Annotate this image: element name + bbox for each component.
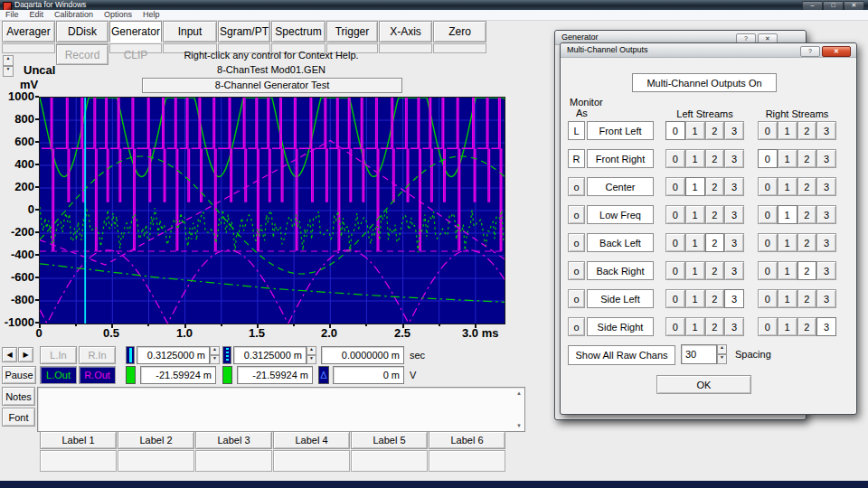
left-stream-3-front-right[interactable]: 3 <box>724 149 744 168</box>
monitor-button-side-left[interactable]: o <box>568 289 585 308</box>
monitor-button-center[interactable]: o <box>568 177 585 196</box>
right-stream-1-center[interactable]: 1 <box>778 177 797 196</box>
label-button-1[interactable]: Label 1 <box>40 431 117 449</box>
left-stream-3-front-left[interactable]: 3 <box>724 121 744 140</box>
left-stream-2-back-right[interactable]: 2 <box>705 261 725 280</box>
left-stream-2-front-right[interactable]: 2 <box>705 149 725 168</box>
step-left-button[interactable]: ◀ <box>2 347 17 362</box>
spacing-down-icon[interactable]: ▼ <box>717 354 727 364</box>
right-stream-3-back-right[interactable]: 3 <box>816 261 836 280</box>
right-stream-1-front-right[interactable]: 1 <box>778 149 797 168</box>
right-stream-3-front-left[interactable]: 3 <box>816 121 836 140</box>
channel-button-front-right[interactable]: Front Right <box>587 149 654 168</box>
font-button[interactable]: Font <box>2 408 35 427</box>
monitor-button-low-freq[interactable]: o <box>568 205 585 224</box>
left-stream-0-side-left[interactable]: 0 <box>665 289 685 308</box>
right-stream-2-back-left[interactable]: 2 <box>797 233 817 252</box>
left-stream-1-back-left[interactable]: 1 <box>685 233 705 252</box>
tab-zero[interactable]: Zero <box>433 21 486 42</box>
left-stream-2-center[interactable]: 2 <box>705 177 725 196</box>
cursor1-spinner[interactable]: ▲ ▼ <box>210 346 220 364</box>
notes-textarea[interactable]: ▲ ▼ <box>37 387 525 432</box>
right-in-button[interactable]: R.In <box>79 346 116 364</box>
left-stream-1-center[interactable]: 1 <box>685 177 705 196</box>
menu-edit[interactable]: Edit <box>24 10 50 20</box>
notes-scroll-down-icon[interactable]: ▼ <box>516 423 522 428</box>
channel-button-back-right[interactable]: Back Right <box>587 261 654 280</box>
left-stream-1-back-right[interactable]: 1 <box>685 261 705 280</box>
right-stream-3-back-left[interactable]: 3 <box>816 233 836 252</box>
cursor1-volt-field[interactable]: -21.59924 m <box>140 366 216 384</box>
monitor-button-front-right[interactable]: R <box>568 149 585 168</box>
cursor2-up-icon[interactable]: ▲ <box>307 346 316 355</box>
y-range-down-icon[interactable]: ▼ <box>3 66 14 77</box>
channel-button-low-freq[interactable]: Low Freq <box>587 205 654 224</box>
left-stream-3-side-left[interactable]: 3 <box>724 289 744 308</box>
waveform-display[interactable] <box>39 97 505 324</box>
notes-scroll-up-icon[interactable]: ▲ <box>516 390 522 396</box>
pause-button[interactable]: Pause <box>2 366 36 384</box>
right-stream-3-side-left[interactable]: 3 <box>816 289 836 308</box>
spacing-up-icon[interactable]: ▲ <box>717 344 727 354</box>
right-stream-2-center[interactable]: 2 <box>797 177 817 196</box>
y-range-up-icon[interactable]: ▲ <box>3 55 14 66</box>
label-button-2[interactable]: Label 2 <box>118 431 194 449</box>
multichannel-on-button[interactable]: Multi-Channel Outputs On <box>632 73 777 92</box>
channel-button-side-right[interactable]: Side Right <box>587 317 654 336</box>
notes-button[interactable]: Notes <box>2 387 35 406</box>
right-stream-1-side-left[interactable]: 1 <box>778 289 797 308</box>
dialog-titlebar[interactable]: Multi-Channel Outputs ? ✕ <box>561 43 856 58</box>
left-stream-2-low-freq[interactable]: 2 <box>705 205 725 224</box>
right-stream-3-side-right[interactable]: 3 <box>816 317 836 336</box>
right-stream-2-front-right[interactable]: 2 <box>797 149 817 168</box>
right-stream-1-low-freq[interactable]: 1 <box>778 205 797 224</box>
right-stream-1-back-right[interactable]: 1 <box>778 261 797 280</box>
left-out-button[interactable]: L.Out <box>40 366 77 384</box>
left-stream-0-back-left[interactable]: 0 <box>665 233 685 252</box>
tab-ddisk[interactable]: DDisk <box>56 21 108 42</box>
left-stream-3-back-left[interactable]: 3 <box>724 233 744 252</box>
dialog-close-icon[interactable]: ✕ <box>822 46 851 57</box>
label-button-6[interactable]: Label 6 <box>429 431 505 449</box>
right-stream-0-center[interactable]: 0 <box>758 177 778 196</box>
label-button-4[interactable]: Label 4 <box>273 431 350 449</box>
left-stream-3-back-right[interactable]: 3 <box>724 261 744 280</box>
right-stream-0-low-freq[interactable]: 0 <box>758 205 778 224</box>
record-button[interactable]: Record <box>56 44 108 65</box>
tab-averager[interactable]: Averager <box>2 21 55 42</box>
right-stream-0-back-left[interactable]: 0 <box>758 233 778 252</box>
right-stream-2-front-left[interactable]: 2 <box>797 121 817 140</box>
spacing-spinner[interactable]: ▲ ▼ <box>717 344 727 364</box>
cursor2-time-field[interactable]: 0.3125000 m <box>233 346 307 364</box>
right-stream-3-center[interactable]: 3 <box>816 177 836 196</box>
right-stream-0-back-right[interactable]: 0 <box>758 261 778 280</box>
cursor2-volt-field[interactable]: -21.59924 m <box>237 366 313 384</box>
left-stream-0-center[interactable]: 0 <box>665 177 685 196</box>
left-stream-0-side-right[interactable]: 0 <box>665 317 685 336</box>
tab-generator[interactable]: Generator <box>109 21 162 42</box>
dialog-help-button[interactable]: ? <box>800 46 820 57</box>
monitor-button-front-left[interactable]: L <box>568 121 585 140</box>
ok-button[interactable]: OK <box>656 375 751 394</box>
monitor-button-back-right[interactable]: o <box>568 261 585 280</box>
cursor2-down-icon[interactable]: ▼ <box>307 355 316 364</box>
left-stream-3-side-right[interactable]: 3 <box>724 317 744 336</box>
right-stream-0-side-right[interactable]: 0 <box>758 317 778 336</box>
right-stream-3-front-right[interactable]: 3 <box>816 149 836 168</box>
channel-button-center[interactable]: Center <box>587 177 654 196</box>
left-stream-3-center[interactable]: 3 <box>724 177 744 196</box>
cursor1-down-icon[interactable]: ▼ <box>210 355 220 364</box>
left-stream-1-front-left[interactable]: 1 <box>685 121 705 140</box>
right-stream-1-back-left[interactable]: 1 <box>778 233 797 252</box>
left-stream-0-low-freq[interactable]: 0 <box>665 205 685 224</box>
cursor2-spinner[interactable]: ▲ ▼ <box>307 346 316 364</box>
right-out-button[interactable]: R.Out <box>79 366 116 384</box>
right-stream-1-side-right[interactable]: 1 <box>778 317 797 336</box>
left-stream-0-front-left[interactable]: 0 <box>665 121 685 140</box>
right-stream-0-front-left[interactable]: 0 <box>758 121 778 140</box>
tab-input[interactable]: Input <box>163 21 217 42</box>
left-stream-1-side-left[interactable]: 1 <box>685 289 705 308</box>
tab-trigger[interactable]: Trigger <box>326 21 378 42</box>
left-stream-2-back-left[interactable]: 2 <box>705 233 725 252</box>
cursor1-time-field[interactable]: 0.3125000 m <box>137 346 210 364</box>
